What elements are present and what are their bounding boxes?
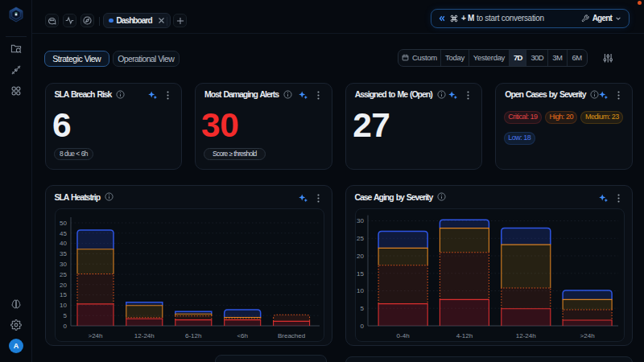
svg-text:12-24h: 12-24h [134, 332, 154, 339]
svg-text:6-12h: 6-12h [184, 332, 200, 339]
svg-text:45: 45 [60, 230, 67, 237]
svg-text:25: 25 [357, 235, 364, 242]
svg-text:30: 30 [60, 261, 67, 268]
svg-text:0: 0 [63, 323, 67, 330]
svg-text:<6h: <6h [237, 332, 248, 339]
svg-text:20: 20 [357, 253, 364, 260]
svg-text:12-24h: 12-24h [515, 332, 535, 339]
svg-text:4-12h: 4-12h [456, 332, 472, 339]
svg-text:30: 30 [357, 217, 364, 224]
svg-text:>24h: >24h [580, 332, 594, 339]
svg-text:15: 15 [357, 270, 364, 278]
svg-text:15: 15 [60, 291, 67, 298]
svg-text:10: 10 [357, 287, 364, 294]
svg-text:25: 25 [60, 271, 67, 278]
svg-text:Breached: Breached [277, 332, 304, 339]
svg-text:0-4h: 0-4h [396, 332, 409, 339]
svg-text:5: 5 [63, 312, 67, 319]
svg-text:35: 35 [60, 250, 67, 257]
svg-text:0: 0 [360, 323, 364, 330]
svg-text:5: 5 [360, 305, 364, 312]
svg-text:10: 10 [60, 302, 67, 309]
svg-text:20: 20 [60, 282, 67, 289]
svg-text:40: 40 [60, 240, 67, 247]
svg-text:50: 50 [60, 220, 67, 227]
svg-text:>24h: >24h [88, 332, 102, 339]
